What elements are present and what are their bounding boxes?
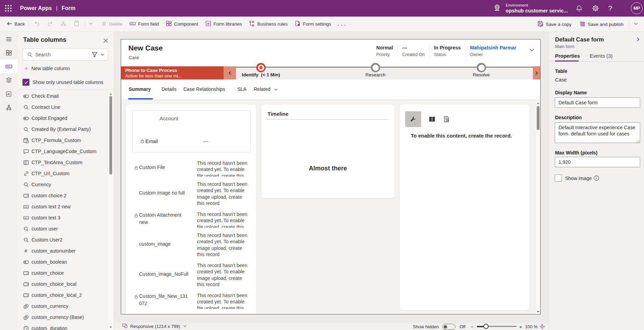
bpf-process-badge[interactable]: Phone to Case Process Active for less th… <box>121 66 224 79</box>
table-column-item[interactable]: custom_duration <box>17 323 108 330</box>
zoom-slider-thumb[interactable] <box>483 324 489 329</box>
max-width-input[interactable] <box>555 157 640 167</box>
form-field-button[interactable]: Abc Form field <box>127 18 161 30</box>
scrollbar-thumb[interactable] <box>109 96 112 175</box>
paste-button[interactable] <box>70 18 83 30</box>
more-commands-button[interactable]: . . . <box>334 18 350 30</box>
table-column-item[interactable]: custom_choice_local_2 <box>17 290 108 301</box>
avatar[interactable]: MP <box>631 2 643 14</box>
table-column-item[interactable]: Check Email <box>17 91 108 102</box>
form-field-row[interactable]: custom_image This record hasn't been cre… <box>126 232 256 258</box>
tab-related[interactable]: Related <box>254 86 270 92</box>
tab-details[interactable]: Details <box>162 86 176 92</box>
nav-components-button[interactable] <box>0 46 17 59</box>
tab-properties[interactable]: Properties <box>555 53 580 59</box>
form-field-row[interactable]: Custom Attachment new This record hasn't… <box>126 211 256 228</box>
scrollbar-thumb[interactable] <box>537 106 539 130</box>
bpf-stage-dot[interactable] <box>477 63 486 72</box>
tab-sla[interactable]: SLA <box>237 86 246 92</box>
redo-button[interactable] <box>44 18 57 30</box>
save-and-publish-button[interactable]: Save and publish <box>577 18 626 30</box>
header-field[interactable]: --- Created On <box>398 45 430 57</box>
nav-form-libraries-button[interactable]: JS <box>0 87 17 101</box>
fit-to-screen-button[interactable] <box>539 324 545 330</box>
table-column-item[interactable]: CTP_Formula_Custom <box>17 135 108 146</box>
bpf-stage-label[interactable]: Identify (< 1 Min) <box>242 72 280 77</box>
show-image-checkbox[interactable] <box>555 175 562 182</box>
save-overflow-chevron[interactable] <box>632 18 640 30</box>
waffle-icon[interactable] <box>3 3 13 13</box>
table-column-item[interactable]: custom choice 2 <box>17 190 108 201</box>
environment-picker[interactable]: Environment opshub customer servic... <box>493 0 568 17</box>
table-column-item[interactable]: Copilot Engaged <box>17 113 108 124</box>
bpf-stage-label[interactable]: Resolve <box>473 72 490 77</box>
tab-case-relationships[interactable]: Case Relationships <box>183 86 225 92</box>
table-column-item[interactable]: custom_currency <box>17 301 108 312</box>
business-rules-button[interactable]: Business rules <box>246 18 290 30</box>
back-button[interactable]: Back <box>4 18 27 30</box>
resize-handle-icon[interactable] <box>636 140 640 143</box>
form-libraries-button[interactable]: JS Form libraries <box>203 18 245 30</box>
settings-gear-button[interactable] <box>589 0 602 17</box>
scroll-up-icon[interactable] <box>536 101 540 105</box>
wrench-tool-button[interactable] <box>405 111 421 127</box>
nav-table-columns-button[interactable]: Abc <box>0 59 17 73</box>
table-column-item[interactable]: Contract Line <box>17 102 108 113</box>
table-column-item[interactable]: Custom User2 <box>17 234 108 245</box>
form-field-row[interactable]: Custom File This record hasn't been crea… <box>126 160 256 177</box>
header-field[interactable]: In Progress Status <box>429 45 465 57</box>
header-field[interactable]: Normal Priority <box>372 45 398 57</box>
display-name-input[interactable] <box>555 97 640 108</box>
bpf-collapse-button[interactable] <box>224 66 236 79</box>
table-column-item[interactable]: custom text 2 new <box>17 201 108 212</box>
undo-button[interactable] <box>30 18 44 30</box>
table-column-item[interactable]: Currency <box>17 179 108 190</box>
table-column-item[interactable]: custom text 3 <box>17 212 108 223</box>
info-icon[interactable] <box>593 175 599 182</box>
canvas-scrollbar[interactable] <box>536 100 540 314</box>
table-column-item[interactable]: custom_autonumber <box>17 245 108 256</box>
bpf-stage-dot-active[interactable] <box>256 63 266 72</box>
form-settings-button[interactable]: Form settings <box>292 18 334 30</box>
scroll-down-icon[interactable] <box>109 325 113 329</box>
help-button[interactable]: ? <box>603 0 617 17</box>
table-column-item[interactable]: custom_boolean <box>17 256 108 267</box>
general-section-column[interactable]: Account Email --- Custom File <box>126 104 256 314</box>
table-column-item[interactable]: CTP_TextArea_Custom <box>17 157 108 168</box>
bpf-next-button[interactable] <box>533 66 540 79</box>
table-column-item[interactable]: custom user <box>17 223 108 234</box>
nav-menu-button[interactable] <box>0 32 17 46</box>
notifications-button[interactable] <box>572 0 586 17</box>
brand-name[interactable]: Power Apps <box>20 5 52 11</box>
related-chevron-icon[interactable] <box>273 87 278 93</box>
form-canvas[interactable]: New Case Case Normal Priority --- <box>121 39 541 314</box>
save-a-copy-button[interactable]: Save a copy <box>535 18 574 30</box>
scroll-down-icon[interactable] <box>536 309 540 313</box>
nav-tree-view-button[interactable] <box>0 73 17 87</box>
checkbox-checked[interactable] <box>22 79 29 86</box>
cut-button[interactable] <box>57 18 70 30</box>
bpf-stage-dot[interactable] <box>371 63 380 72</box>
reference-panel-card[interactable]: To enable this content, create the recor… <box>400 104 529 310</box>
show-hidden-toggle[interactable] <box>442 324 455 330</box>
show-unused-checkbox-row[interactable]: Show only unused table columns <box>22 79 103 86</box>
header-chevron-icon[interactable] <box>529 47 535 54</box>
panel-expand-chevron[interactable] <box>635 37 641 43</box>
nav-business-rules-button[interactable] <box>0 101 17 114</box>
close-panel-button[interactable] <box>102 37 109 44</box>
clipboard-overflow-chevron[interactable] <box>86 18 95 30</box>
bpf-stage-label[interactable]: Research <box>365 72 386 77</box>
form-lookup-tool-button[interactable] <box>438 111 454 127</box>
zoom-slider[interactable] <box>477 326 517 327</box>
description-textarea[interactable]: Default Interactive experience Case form… <box>555 122 640 143</box>
form-field-row[interactable]: Custom image no full This record hasn't … <box>126 181 256 207</box>
table-column-item[interactable]: CTP_Url_Custom <box>17 168 108 179</box>
table-column-item[interactable]: Created By (External Party) <box>17 124 108 135</box>
zoom-out-button[interactable]: − <box>471 324 474 330</box>
tab-summary[interactable]: Summary <box>129 86 151 92</box>
table-column-item[interactable]: custom_choice <box>17 267 108 279</box>
delete-button[interactable]: Delete <box>99 18 125 30</box>
table-column-item[interactable]: custom_choice_local <box>17 279 108 290</box>
timeline-card[interactable]: Timeline Almost there <box>261 105 394 198</box>
account-subgrid-card[interactable]: Account Email --- <box>132 110 251 152</box>
